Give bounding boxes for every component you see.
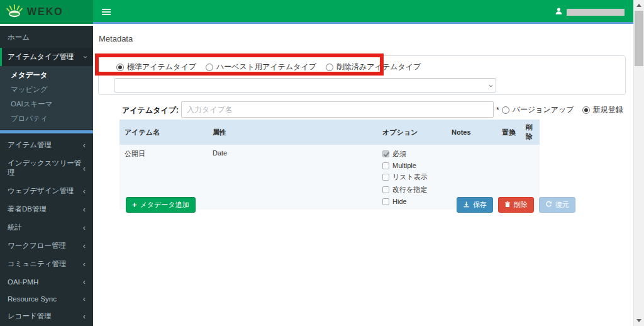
radio-label: 削除済みアイテムタイプ [336, 62, 421, 72]
checkbox-label: リスト表示 [392, 172, 428, 182]
sidebar-item-mapping[interactable]: マッピング [0, 82, 93, 97]
sidebar-item-resource-sync[interactable]: Resource Sync ‹ [0, 290, 93, 307]
sidebar-item-author-db[interactable]: 著者DB管理 ‹ [0, 200, 93, 218]
delete-button[interactable]: 削除 [498, 197, 534, 213]
refresh-icon [545, 201, 552, 209]
sidebar-item-label: OAI-PMH [8, 278, 38, 286]
col-header-attribute: 属性 [208, 120, 377, 145]
save-button[interactable]: 保存 [457, 197, 493, 213]
user-menu[interactable] [555, 6, 625, 18]
user-name-redacted [567, 9, 625, 16]
add-metadata-button[interactable]: + メタデータ追加 [126, 197, 196, 213]
checkbox-icon[interactable] [382, 174, 389, 181]
chevron-left-icon: ‹ [83, 164, 86, 172]
itemtype-select[interactable]: ‹ [114, 78, 496, 93]
plus-icon: + [132, 201, 137, 209]
scrollbar-thumb[interactable] [635, 11, 643, 66]
sidebar-item-oai-schema[interactable]: OAIスキーマ [0, 97, 93, 111]
triangle-down-icon [636, 319, 641, 322]
sidebar-item-item-management[interactable]: アイテム管理 ‹ [0, 136, 93, 154]
sidebar-item-label: インデックスツリー管理 [8, 159, 83, 177]
checkbox-label: Multiple [392, 162, 416, 169]
radio-standard-itemtype[interactable]: 標準アイテムタイプ [116, 62, 196, 72]
sidebar-item-label: コミュニティ管理 [8, 259, 67, 269]
col-header-option: オプション [377, 120, 447, 145]
sidebar-item-label: レコード管理 [8, 312, 52, 321]
weko-logo-icon [6, 4, 23, 20]
navbar [93, 0, 633, 24]
weko-logo[interactable]: WEKO [0, 0, 93, 24]
chevron-left-icon: ‹ [83, 260, 86, 268]
option-multiple[interactable]: Multiple [382, 162, 441, 169]
checkbox-icon[interactable] [382, 162, 389, 169]
sidebar-item-label: 著者DB管理 [8, 205, 47, 214]
option-hide[interactable]: Hide [382, 198, 441, 205]
radio-harvest-itemtype[interactable]: ハーベスト用アイテムタイプ [206, 62, 316, 72]
checkbox-icon[interactable] [382, 198, 389, 205]
chevron-left-icon: ‹ [83, 312, 86, 320]
hamburger-menu-icon[interactable] [102, 9, 111, 10]
triangle-up-icon [636, 4, 641, 7]
restore-button[interactable]: 復元 [539, 197, 575, 213]
action-buttons: 保存 削除 復元 [457, 197, 575, 213]
radio-label: バージョンアップ [513, 104, 574, 115]
chevron-left-icon: ‹ [83, 187, 86, 195]
checkbox-label: Hide [392, 198, 407, 205]
vertical-scrollbar[interactable] [633, 0, 644, 326]
sidebar-item-workflow[interactable]: ワークフロー管理 ‹ [0, 237, 93, 255]
button-label: メタデータ追加 [140, 200, 189, 210]
logo-text: WEKO [27, 6, 64, 18]
radio-new-register[interactable]: 新規登録 [582, 104, 623, 115]
user-icon [555, 6, 563, 18]
chevron-left-icon: ‹ [83, 205, 86, 213]
weko-admin-page: WEKO ホーム アイテムタイプ管理 ‹ メタデータ [0, 0, 644, 326]
itemtype-name-label: アイテムタイプ: [93, 105, 179, 116]
cell-attribute: Date [208, 145, 377, 210]
sidebar-item-web-design[interactable]: ウェブデザイン管理 ‹ [0, 182, 93, 200]
chevron-down-icon: ‹ [80, 55, 88, 58]
option-required: 必須 [382, 149, 441, 159]
sidebar-item-metadata[interactable]: メタデータ [0, 68, 93, 82]
itemtype-name-input[interactable] [181, 101, 494, 118]
header: WEKO [0, 0, 633, 26]
sidebar-item-label: アイテム管理 [8, 140, 52, 150]
scroll-up-arrow[interactable] [634, 0, 644, 11]
chevron-left-icon: ‹ [83, 223, 86, 232]
sidebar-item-statistics[interactable]: 統計 ‹ [0, 218, 93, 237]
radio-icon [326, 64, 333, 71]
sidebar-item-index-tree[interactable]: インデックスツリー管理 ‹ [0, 154, 93, 182]
sidebar-item-label: アイテムタイプ管理 [8, 52, 74, 62]
sidebar-item-oai-pmh[interactable]: OAI-PMH ‹ [0, 273, 93, 290]
trash-icon [504, 201, 511, 209]
button-label: 復元 [555, 200, 569, 210]
sidebar: ホーム アイテムタイプ管理 ‹ メタデータ マッピング OAIスキーマ プロパテ… [0, 26, 93, 326]
table-header-row: アイテム名 属性 オプション Notes 置換 削除 [119, 120, 540, 145]
option-list-display[interactable]: リスト表示 [382, 172, 441, 182]
main-content: Metadata 標準アイテムタイプ ハーベスト用アイテムタイプ 削除済みアイテ… [93, 26, 633, 326]
scroll-down-arrow[interactable] [634, 315, 644, 326]
sidebar-item-record-management[interactable]: レコード管理 ‹ [0, 307, 93, 325]
chevron-left-icon: ‹ [83, 242, 86, 250]
sidebar-item-label: ホーム [8, 33, 30, 42]
col-header-item-name: アイテム名 [119, 120, 208, 145]
page-title: Metadata [99, 34, 133, 43]
radio-label: 標準アイテムタイプ [127, 62, 196, 72]
chevron-left-icon: ‹ [83, 278, 86, 286]
radio-deleted-itemtype[interactable]: 削除済みアイテムタイプ [326, 62, 421, 72]
sidebar-divider [0, 130, 93, 133]
sidebar-item-community[interactable]: コミュニティ管理 ‹ [0, 255, 93, 273]
option-newline[interactable]: 改行を指定 [382, 185, 441, 194]
sidebar-item-property[interactable]: プロパティ [0, 111, 93, 126]
col-header-notes: Notes [447, 120, 497, 145]
radio-version-up[interactable]: バージョンアップ [502, 104, 574, 115]
chevron-down-icon: ‹ [485, 84, 494, 87]
sidebar-item-home[interactable]: ホーム [0, 26, 93, 48]
sidebar-item-label: ワークフロー管理 [8, 241, 66, 250]
register-mode-radios: * バージョンアップ 新規登録 [496, 104, 623, 115]
checkbox-icon[interactable] [382, 186, 389, 193]
itemtype-filter-panel: 標準アイテムタイプ ハーベスト用アイテムタイプ 削除済みアイテムタイプ ‹ [98, 55, 626, 95]
sidebar-item-itemtype-management[interactable]: アイテムタイプ管理 ‹ [0, 48, 93, 66]
checkbox-label: 改行を指定 [392, 185, 427, 194]
sidebar-item-label: 統計 [8, 223, 22, 232]
radio-icon [502, 106, 509, 114]
